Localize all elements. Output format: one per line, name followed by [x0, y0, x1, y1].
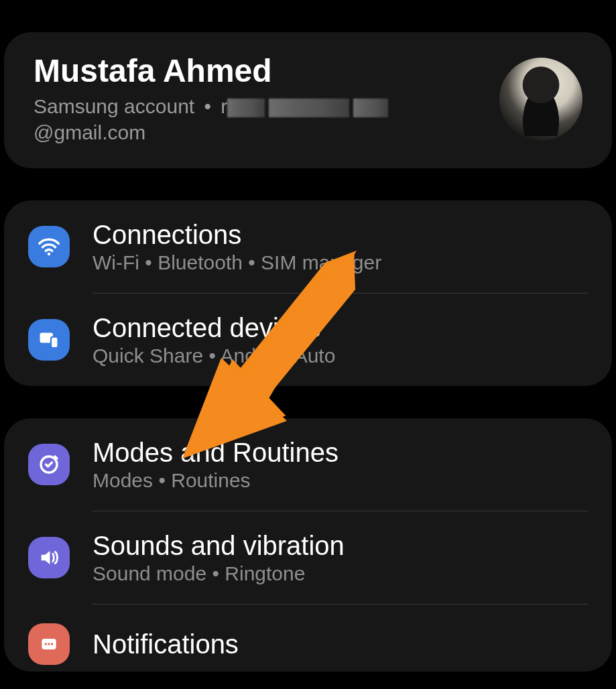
row-title: Sounds and vibration: [93, 530, 588, 561]
account-subtitle: Samsung account • r@gmail.com: [34, 93, 486, 145]
account-email-redacted-prefix: r: [221, 95, 227, 117]
redaction-block: [227, 99, 265, 117]
row-title: Connected devices: [93, 312, 588, 343]
row-text: Notifications: [93, 629, 588, 660]
row-title: Connections: [93, 219, 588, 250]
row-modes-routines[interactable]: Modes and Routines Modes • Routines: [4, 418, 612, 511]
svg-point-7: [51, 643, 53, 645]
row-subtitle: Sound mode • Ringtone: [93, 562, 588, 585]
svg-point-0: [48, 253, 50, 255]
svg-point-5: [45, 643, 47, 645]
row-text: Sounds and vibration Sound mode • Ringto…: [93, 530, 588, 585]
routines-icon: [28, 444, 70, 485]
svg-point-6: [48, 643, 50, 645]
settings-group-connectivity: Connections Wi-Fi • Bluetooth • SIM mana…: [4, 200, 612, 386]
account-email-suffix: @gmail.com: [34, 121, 145, 143]
sound-icon: [28, 537, 70, 578]
row-subtitle: Wi-Fi • Bluetooth • SIM manager: [93, 251, 588, 274]
row-sounds-vibration[interactable]: Sounds and vibration Sound mode • Ringto…: [4, 511, 612, 604]
row-text: Modes and Routines Modes • Routines: [93, 437, 588, 492]
row-subtitle: Modes • Routines: [93, 469, 588, 492]
account-card[interactable]: Mustafa Ahmed Samsung account • r@gmail.…: [4, 32, 612, 168]
row-text: Connections Wi-Fi • Bluetooth • SIM mana…: [93, 219, 588, 274]
row-title: Modes and Routines: [93, 437, 588, 468]
avatar[interactable]: [499, 58, 582, 141]
account-name: Mustafa Ahmed: [34, 54, 486, 89]
svg-rect-2: [51, 336, 58, 348]
redaction-block: [269, 99, 349, 117]
redaction-block: [353, 99, 388, 117]
row-title: Notifications: [93, 629, 588, 660]
row-connected-devices[interactable]: Connected devices Quick Share • Android …: [4, 294, 612, 386]
separator-dot: •: [200, 95, 216, 117]
devices-icon: [28, 319, 70, 361]
row-notifications[interactable]: Notifications: [4, 605, 612, 672]
account-sub-prefix: Samsung account: [34, 95, 194, 117]
wifi-icon: [28, 226, 70, 267]
row-connections[interactable]: Connections Wi-Fi • Bluetooth • SIM mana…: [4, 200, 612, 293]
row-subtitle: Quick Share • Android Auto: [93, 344, 588, 367]
settings-group-personalization: Modes and Routines Modes • Routines Soun…: [4, 418, 612, 672]
account-text-block: Mustafa Ahmed Samsung account • r@gmail.…: [34, 54, 486, 145]
row-text: Connected devices Quick Share • Android …: [93, 312, 588, 367]
notifications-icon: [28, 623, 70, 665]
